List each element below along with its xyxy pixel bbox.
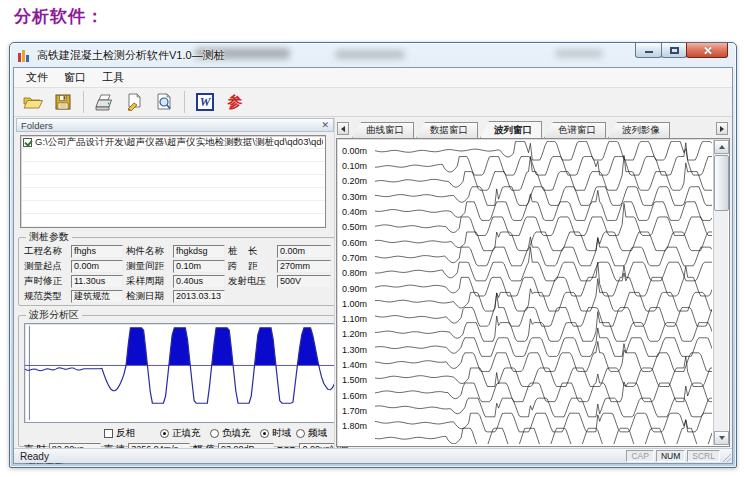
depth-label: 1.80m: [342, 421, 374, 431]
depth-label: 0.90m: [342, 284, 374, 294]
export-report-icon: [125, 93, 143, 111]
scroll-down-button[interactable]: [714, 431, 729, 445]
freq-domain-radio[interactable]: 频域: [296, 427, 327, 440]
pile-params-group: 测桩参数 工程名称fhghs构件名称fhgkdsg桩 长0.00m测量起点0.0…: [18, 230, 337, 306]
print-preview-button[interactable]: [151, 90, 177, 114]
param-field[interactable]: 0.00m: [71, 260, 123, 273]
tab-波列影像[interactable]: 波列影像: [608, 122, 670, 138]
param-field[interactable]: fhghs: [71, 245, 123, 258]
folder-checkbox[interactable]: [23, 138, 32, 147]
depth-label: 1.00m: [342, 299, 374, 309]
fill-positive-radio[interactable]: 正填充: [160, 427, 201, 440]
param-field[interactable]: 0.10m: [173, 260, 225, 273]
param-label: 发射电压: [228, 275, 274, 288]
save-button[interactable]: [50, 90, 76, 114]
waveform-plot[interactable]: [24, 323, 355, 423]
param-field[interactable]: fhgkdsg: [173, 245, 225, 258]
radio-icon[interactable]: [160, 429, 169, 438]
minimize-button[interactable]: [635, 43, 662, 58]
scrollbar-thumb[interactable]: [714, 155, 729, 211]
scroll-up-button[interactable]: [714, 140, 729, 154]
tab-曲线窗口[interactable]: 曲线窗口: [352, 122, 414, 138]
minimize-icon: [645, 51, 653, 53]
depth-label: 1.50m: [342, 375, 374, 385]
tab-scroll-left-button[interactable]: [337, 122, 349, 135]
param-label: 工程名称: [24, 245, 68, 258]
folder-path: G:\公司产品设计开发\超声仪器\超声仪实地检测数据\测桩qd\qd03\qd0…: [35, 136, 323, 149]
app-icon: [18, 49, 32, 62]
wave-trace: [375, 155, 712, 190]
param-field[interactable]: 建筑规范: [71, 290, 123, 303]
pile-params-title: 测桩参数: [26, 230, 72, 244]
left-panel: Folders ✕ G:\公司产品设计开发\超声仪器\超声仪实地检测数据\测桩q…: [16, 118, 334, 447]
maximize-icon: [670, 47, 679, 54]
folders-list[interactable]: G:\公司产品设计开发\超声仪器\超声仪实地检测数据\测桩qd\qd03\qd0…: [20, 135, 326, 228]
resize-grip[interactable]: [721, 452, 731, 462]
wave-trace: [375, 374, 712, 402]
control-label: 负填充: [222, 427, 251, 440]
glass-smudge: [335, 50, 405, 59]
fill-negative-radio[interactable]: 负填充: [210, 427, 251, 440]
depth-label: 0.30m: [342, 192, 374, 202]
depth-label: 1.60m: [342, 391, 374, 401]
depth-label: 0.70m: [342, 253, 374, 263]
print-button[interactable]: [91, 90, 117, 114]
status-bar: Ready CAPNUMSCRL: [14, 448, 732, 463]
wave-list-area[interactable]: 0.00m0.10m0.20m0.30m0.40m0.50m0.60m0.70m…: [336, 138, 730, 447]
depth-label: 1.30m: [342, 345, 374, 355]
close-button[interactable]: [686, 43, 728, 58]
folder-item[interactable]: G:\公司产品设计开发\超声仪器\超声仪实地检测数据\测桩qd\qd03\qd0…: [21, 136, 325, 149]
radio-icon[interactable]: [210, 429, 219, 438]
wave-trace: [375, 237, 712, 266]
app-window: 高铁建混凝土检测分析软件V1.0—测桩 文件窗口工具: [9, 42, 737, 468]
word-icon: W: [196, 93, 214, 111]
parameter-button[interactable]: 参: [222, 90, 248, 114]
param-field[interactable]: 270mm: [277, 260, 331, 273]
param-label: 规范类型: [24, 290, 68, 303]
param-label: 采样周期: [126, 275, 170, 288]
vertical-scrollbar[interactable]: [713, 140, 728, 445]
param-field[interactable]: 0.40us: [173, 275, 225, 288]
main-area: Folders ✕ G:\公司产品设计开发\超声仪器\超声仪实地检测数据\测桩q…: [14, 117, 732, 448]
tab-色谱窗口[interactable]: 色谱窗口: [544, 122, 606, 138]
maximize-button[interactable]: [661, 43, 687, 58]
export-report-button[interactable]: [121, 90, 147, 114]
open-button[interactable]: [20, 90, 46, 114]
titlebar[interactable]: 高铁建混凝土检测分析软件V1.0—测桩: [10, 43, 736, 67]
depth-label: 0.10m: [342, 161, 374, 171]
invert-checkbox[interactable]: 反相: [104, 427, 135, 440]
param-field[interactable]: 0.00m: [277, 245, 331, 258]
checkbox-icon[interactable]: [104, 429, 113, 438]
menu-item-文件[interactable]: 文件: [18, 68, 56, 87]
depth-label: 1.40m: [342, 360, 374, 370]
tab-波列窗口[interactable]: 波列窗口: [480, 121, 542, 138]
status-indicator-scrl: SCRL: [687, 450, 720, 462]
tab-bar: 曲线窗口数据窗口波列窗口色谱窗口波列影像: [336, 118, 730, 138]
tab-数据窗口[interactable]: 数据窗口: [416, 122, 478, 138]
wave-trace: [375, 262, 712, 296]
chevron-left-icon: [341, 126, 345, 132]
client-area: 文件窗口工具: [13, 67, 733, 464]
status-text: Ready: [20, 451, 49, 462]
param-field[interactable]: 11.30us: [71, 275, 123, 288]
time-domain-radio[interactable]: 时域: [260, 427, 291, 440]
word-export-button[interactable]: W: [192, 90, 218, 114]
radio-icon[interactable]: [260, 429, 269, 438]
triangle-up-icon: [719, 145, 725, 149]
folders-panel-header[interactable]: Folders ✕: [16, 118, 334, 132]
menu-item-窗口[interactable]: 窗口: [56, 68, 94, 87]
depth-label: 1.10m: [342, 314, 374, 324]
right-panel: 曲线窗口数据窗口波列窗口色谱窗口波列影像 0.00m0.10m0.20m0.30…: [336, 118, 730, 447]
control-label: 正填充: [172, 427, 201, 440]
close-icon[interactable]: ✕: [321, 121, 329, 130]
window-title: 高铁建混凝土检测分析软件V1.0—测桩: [37, 48, 225, 63]
wave-trace: [375, 279, 712, 311]
glass-smudge: [555, 49, 603, 58]
param-field[interactable]: 500V: [277, 275, 331, 288]
print-preview-icon: [155, 93, 173, 111]
param-field[interactable]: 2013.03.13: [173, 290, 225, 303]
menu-item-工具[interactable]: 工具: [94, 68, 132, 87]
screenshot-canvas: 分析软件： 高铁建混凝土检测分析软件V1.0—测桩 文件窗口工具: [0, 0, 745, 477]
radio-icon[interactable]: [296, 429, 305, 438]
tab-scroll-right-button[interactable]: [716, 122, 728, 135]
